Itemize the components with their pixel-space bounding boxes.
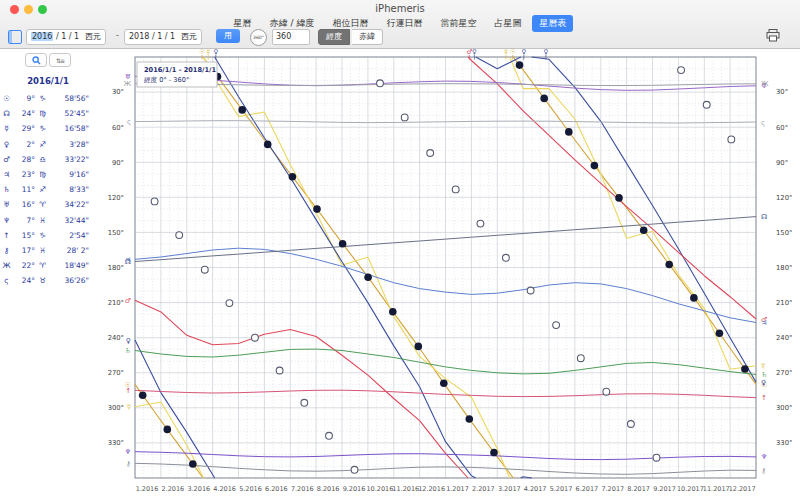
chiron-start-glyph: ⚷ <box>126 460 131 468</box>
pluto-start-glyph: ↑ <box>125 387 131 395</box>
planet-minutes-seconds: 9'16" <box>50 170 96 179</box>
date-to-day[interactable]: 1 <box>170 32 175 41</box>
new-moon-marker <box>364 273 372 281</box>
sedna-start-glyph: ς <box>127 118 131 126</box>
tooltip-degree-range: 經度 0° - 360° <box>143 76 189 84</box>
new-moon-marker <box>466 415 474 423</box>
full-moon-marker <box>201 266 208 273</box>
y-axis-label-left: 180° <box>108 264 124 272</box>
y-axis-label-left: 90° <box>112 159 124 167</box>
new-moon-marker <box>389 308 397 316</box>
zodiac-sign-glyph: ♐ <box>35 140 50 149</box>
planet-position-row: ς24°♉36'26" <box>0 273 96 288</box>
new-moon-marker <box>264 141 272 149</box>
sidebar-toggle-icon[interactable] <box>8 30 22 44</box>
planet-minutes-seconds: 36'26" <box>50 276 96 285</box>
date-from-year[interactable]: 2016 <box>31 32 53 41</box>
planet-glyph: ♃ <box>0 170 13 179</box>
planet-degree: 11° <box>13 185 35 194</box>
zodiac-sign-glyph: ♑ <box>35 231 50 240</box>
full-moon-marker <box>301 399 308 406</box>
pluto-end-glyph: ↑ <box>761 394 767 402</box>
x-axis-label: 1.2017 <box>446 485 469 493</box>
planet-glyph: ☊ <box>0 109 13 118</box>
zero-cross-pin-glyph: ☉ <box>510 48 516 56</box>
new-moon-marker <box>741 365 749 373</box>
planet-position-row: ♀2°♐3'28" <box>0 137 96 152</box>
x-axis-label: 10.2016 <box>366 485 393 493</box>
major-gridlines <box>135 57 756 478</box>
planet-glyph: ♅ <box>0 200 13 209</box>
planet-degree: 22° <box>13 261 35 270</box>
x-axis-label: 7.2016 <box>291 485 314 493</box>
planet-minutes-seconds: 32'44" <box>50 216 96 225</box>
print-button[interactable] <box>766 29 780 43</box>
jupiter-end-glyph: ♃ <box>761 319 767 327</box>
x-axis-label: 6.2016 <box>265 485 288 493</box>
planet-position-row: ⚷17°♓28' 2" <box>0 243 96 258</box>
graphic-ephemeris-chart: 30°30°60°60°90°90°120°120°150°150°180°18… <box>0 0 800 500</box>
full-moon-marker <box>452 186 459 193</box>
neptune-end-glyph: ♆ <box>761 453 767 461</box>
x-axis-label: 12.2016 <box>418 485 445 493</box>
y-axis-label-right: 90° <box>776 159 788 167</box>
range-tooltip: 2016/1/1 - 2018/1/1 經度 0° - 360° <box>137 62 217 87</box>
new-moon-marker <box>289 173 297 181</box>
mode-longitude-button[interactable]: 經度 <box>318 29 350 45</box>
date-from-era[interactable]: 西元 <box>85 32 101 41</box>
zodiac-sign-glyph: ♍ <box>35 109 50 118</box>
new-moon-marker <box>540 95 548 103</box>
sort-button[interactable]: ⇅≡ <box>49 53 71 67</box>
full-moon-marker <box>527 287 534 294</box>
full-moon-marker <box>276 367 283 374</box>
venus-end-glyph: ♀ <box>761 379 766 387</box>
x-axis-label: 8.2016 <box>317 485 340 493</box>
y-axis-label-left: 210° <box>108 299 124 307</box>
date-to-era[interactable]: 西元 <box>181 32 197 41</box>
degree-input[interactable]: 360 <box>272 29 310 45</box>
printer-icon <box>766 29 780 42</box>
x-axis-label: 5.2016 <box>239 485 262 493</box>
zodiac-sign-glyph: ♎ <box>35 155 50 164</box>
planet-glyph: ♂ <box>0 155 13 164</box>
date-from-field[interactable]: 2016 / 1 / 1西元 <box>26 29 106 45</box>
x-axis-label: 2.2017 <box>472 485 495 493</box>
y-axis-label-left: 300° <box>108 404 124 412</box>
date-sep: / <box>66 32 74 41</box>
y-axis-label-left: 30° <box>112 88 124 96</box>
planet-degree: 23° <box>13 170 35 179</box>
x-axis-label: 7.2017 <box>601 485 624 493</box>
zero-cross-pin-glyph: ☿ <box>206 48 210 56</box>
sidebar-date: 2016/1/1 <box>0 76 96 86</box>
mercury-start-glyph: ☿ <box>127 403 131 411</box>
new-moon-marker <box>238 106 246 114</box>
date-to-year[interactable]: 2018 <box>129 32 149 41</box>
range-separator: - <box>116 29 119 43</box>
date-to-field[interactable]: 2018 / 1 / 1西元 <box>124 29 202 45</box>
full-moon-marker <box>326 432 333 439</box>
node-end-glyph: ☊ <box>761 213 767 221</box>
zero-cross-pin-glyph: ☿ <box>504 48 508 56</box>
mercury-end-glyph: ☿ <box>761 362 765 370</box>
planet-minutes-seconds: 18'49" <box>50 261 96 270</box>
y-axis-label-left: 270° <box>108 369 124 377</box>
chiron-end-glyph: ⚷ <box>761 467 766 475</box>
zero-cross-pin-glyph: ♀ <box>472 48 477 56</box>
x-axis-label: 8.2017 <box>627 485 650 493</box>
mode-declination-button[interactable]: 赤緯 <box>352 29 383 45</box>
x-axis-label: 11.2016 <box>392 485 419 493</box>
planet-glyph: ♄ <box>0 185 13 194</box>
date-from-day[interactable]: 1 <box>74 32 79 41</box>
search-button[interactable] <box>25 53 47 67</box>
planet-degree: 29° <box>13 124 35 133</box>
planet-position-row: ♆7°♓32'44" <box>0 213 96 228</box>
degree-wheel-icon[interactable]: 360° <box>250 29 267 46</box>
zodiac-sign-glyph: ♉ <box>35 276 50 285</box>
new-moon-marker <box>490 449 498 457</box>
venus-start-glyph: ♀ <box>126 337 131 345</box>
planet-position-list: ☉9°♑58'56"☊24°♍52'45"☿29°♑16'58"♀2°♐3'28… <box>0 91 96 288</box>
planet-glyph: ↑ <box>0 231 13 240</box>
apply-button[interactable]: 用 <box>216 29 240 43</box>
new-moon-marker <box>339 240 347 248</box>
planet-position-row: ☊24°♍52'45" <box>0 106 96 121</box>
